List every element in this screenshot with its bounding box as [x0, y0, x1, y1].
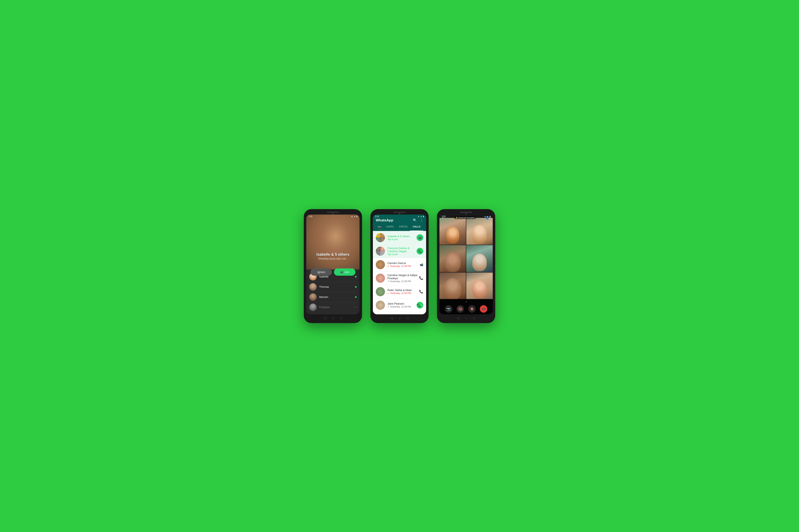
carolina-aditya-avatar: [376, 273, 385, 283]
mariam-avatar: [309, 293, 317, 301]
camera-icon: 📷: [447, 307, 451, 311]
ignore-button[interactable]: Ignore: [310, 268, 332, 276]
signal-icon-2: ▲: [418, 215, 419, 217]
phone3-screen: ← 🔒 End-to-end encrypted 👤+ 3:35 ▲ ▲ ▮: [439, 214, 493, 314]
chevron-up-icon: ⌃: [439, 301, 493, 304]
phone2-nav: ◁ ○ □: [373, 314, 426, 321]
francois-carolina-name: François Dubois & Carolina Vargas: [387, 247, 417, 253]
video-cell-6: [466, 272, 493, 300]
tab-camera[interactable]: 📷: [376, 224, 383, 231]
front-camera: [332, 213, 334, 214]
wa-header-top: WhatsApp 🔍 ⋮: [376, 218, 423, 224]
tab-calls[interactable]: CALLS: [410, 224, 423, 231]
participant-mariam: Mariam: [309, 292, 357, 302]
battery-icon-2: ▮: [423, 215, 424, 217]
peter-group-details: Peter, Nisha & Dewi ↙ Yesterday, 12:39 P…: [387, 288, 419, 294]
call-info: Isabelle & 5 others WhatsApp group video…: [306, 252, 360, 260]
phones-container: 3:35 ▲ ▲ ▮ Isabelle & 5 others WhatsApp …: [304, 209, 495, 323]
carmen-video-icon: 📹: [420, 263, 423, 266]
peter-group-subtitle: ↙ Yesterday, 12:39 PM: [387, 292, 419, 294]
back-nav-2[interactable]: ◁: [391, 317, 393, 320]
online-indicator-isabelle: [355, 276, 357, 278]
battery-icon: ▮: [357, 215, 358, 217]
tab-bar: 📷 CHATS STATUS CALLS: [376, 224, 423, 231]
francois-name: François: [319, 306, 354, 309]
end-call-icon: 📵: [482, 307, 486, 311]
time-2: 3:35: [375, 215, 379, 218]
mic-mute-icon: 🔇: [470, 307, 474, 311]
search-icon[interactable]: 🔍: [413, 218, 417, 222]
online-indicator-thomas: [355, 286, 357, 288]
participant-thomas: Thomas: [309, 282, 357, 292]
isabelle-group-name: Isabelle & 5 others: [387, 235, 417, 238]
tab-status[interactable]: STATUS: [397, 224, 410, 231]
home-nav-2[interactable]: ○: [399, 317, 401, 320]
video-grid: [439, 218, 493, 300]
status-bar-3: 3:35 ▲ ▲ ▮: [439, 214, 493, 218]
peter-group-name: Peter, Nisha & Dewi: [387, 288, 419, 292]
camera-flip-button[interactable]: 📷: [445, 305, 452, 313]
join-button[interactable]: 📹 Join: [334, 268, 356, 276]
video-icon: 📹: [418, 236, 422, 239]
video-camera-icon: 📹: [340, 270, 343, 273]
call-background: [306, 214, 360, 269]
tab-chats[interactable]: CHATS: [383, 224, 397, 231]
call-type-label: WhatsApp group video call...: [306, 258, 360, 260]
video-controls: 📷 📹🚫 🔇 📵: [439, 305, 493, 313]
status-bar-2: 3:35 ▲ ▲ ▮: [373, 214, 426, 218]
carolina-aditya-details: Carolina Vargas & Aditya Prasteyo ↗ Yest…: [387, 273, 419, 283]
call-item-carolina-aditya[interactable]: Carolina Vargas & Aditya Prasteyo ↗ Yest…: [373, 271, 426, 285]
phone3-nav: ◁ ○ □: [439, 314, 493, 321]
video-toggle-button[interactable]: 📹🚫: [456, 305, 464, 313]
participants-list: Isabelle Thomas Mariam: [306, 272, 360, 312]
jane-avatar: [376, 301, 385, 310]
francois-avatar: [309, 304, 317, 311]
status-icons-3: ▲ ▲ ▮: [484, 215, 491, 217]
battery-icon-3: ▮: [490, 215, 491, 217]
wifi-icon-3: ▲: [487, 215, 489, 217]
mariam-name: Mariam: [319, 296, 355, 299]
add-call-button[interactable]: 📞+: [417, 302, 423, 308]
thomas-name: Thomas: [319, 285, 355, 288]
phone-icon: 📞: [418, 249, 422, 253]
phone-1: 3:35 ▲ ▲ ▮ Isabelle & 5 others WhatsApp …: [304, 209, 362, 323]
header-icons: 🔍 ⋮: [413, 218, 423, 222]
mic-toggle-button[interactable]: 🔇: [468, 305, 476, 313]
call-item-jane[interactable]: Jane Pearson ↙ Yesterday, 12:39 PM 📞+: [373, 299, 426, 312]
recents-nav-1[interactable]: □: [340, 317, 342, 320]
time-3: 3:35: [441, 215, 446, 218]
back-nav-1[interactable]: ◁: [324, 317, 326, 320]
call-item-carmen[interactable]: Carmen García ↙ Yesterday, 12:39 PM 📹: [373, 258, 426, 271]
peter-group-avatar: [376, 287, 385, 296]
carolina-aditya-name: Carolina Vargas & Aditya Prasteyo: [387, 273, 419, 280]
caller-face-bg: [306, 214, 360, 269]
signal-icon: ▲: [351, 215, 353, 217]
wifi-icon: ▲: [354, 215, 356, 217]
video-join-button[interactable]: 📹: [417, 234, 423, 241]
carmen-name: Carmen García: [387, 262, 420, 265]
front-camera-3: [465, 213, 467, 214]
peter-phone-icon: 📞: [419, 290, 423, 293]
call-item-peter-group[interactable]: Peter, Nisha & Dewi ↙ Yesterday, 12:39 P…: [373, 285, 426, 299]
recents-nav-3[interactable]: □: [474, 317, 475, 320]
video-cell-1: [439, 218, 466, 245]
home-nav-3[interactable]: ○: [466, 317, 467, 320]
call-item-francois-carolina[interactable]: François Dubois & Carolina Vargas Tap to…: [373, 245, 426, 258]
status-icons-1: ▲ ▲ ▮: [351, 215, 358, 217]
thomas-avatar: [309, 283, 317, 291]
back-nav-3[interactable]: ◁: [457, 317, 459, 320]
time-1: 3:35: [308, 215, 312, 218]
participant-francois: François ···: [309, 302, 357, 312]
phone-join-button[interactable]: 📞: [417, 248, 423, 254]
phone1-nav: ◁ ○ □: [306, 314, 360, 321]
call-item-isabelle-group[interactable]: 🚃 Isabelle & 5 others Tap to join 📹: [373, 231, 426, 245]
video-mute-icon: 📹🚫: [458, 307, 462, 311]
video-cell-4: [466, 245, 493, 272]
recents-nav-2[interactable]: □: [407, 317, 408, 320]
end-call-button[interactable]: 📵: [480, 305, 487, 313]
more-menu-icon[interactable]: ⋮: [420, 218, 423, 222]
camera-tab-icon: 📷: [378, 225, 382, 229]
status-icons-2: ▲ ▲ ▮: [418, 215, 424, 217]
francois-carolina-details: François Dubois & Carolina Vargas Tap to…: [387, 247, 417, 255]
home-nav-1[interactable]: ○: [332, 317, 334, 320]
